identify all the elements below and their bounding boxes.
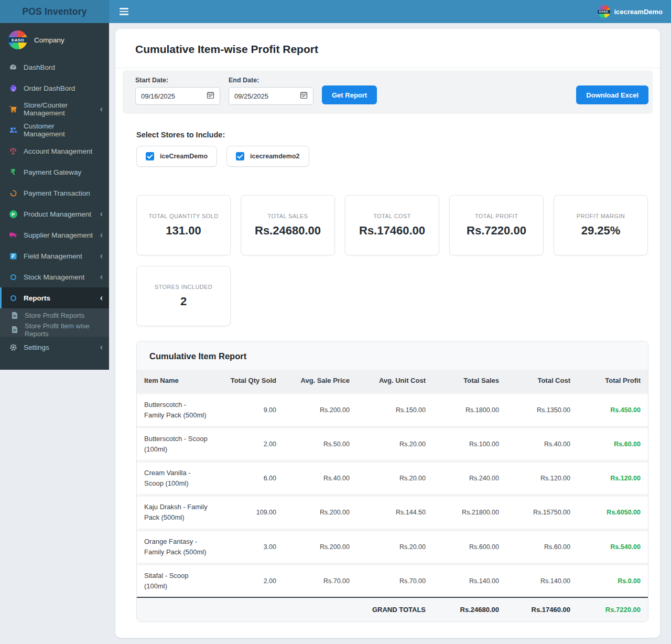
table-row: Cream Vanilla - Scoop (100ml) 6.00 Rs.40… (137, 461, 648, 496)
reports-submenu: Store Profit Reports Store Profit Item w… (0, 308, 109, 337)
sidebar-item-settings[interactable]: Settings ‹ (0, 337, 109, 358)
grand-total-cost: Rs.17460.00 (506, 597, 578, 621)
grand-totals-row: GRAND TOTALS Rs.24680.00 Rs.17460.00 Rs.… (137, 597, 648, 621)
end-date-input[interactable]: 09/25/2025 (229, 87, 313, 105)
cumulative-item-table: Item Name Total Qty Sold Avg. Sale Price… (137, 370, 648, 621)
user-avatar: EASO (598, 5, 610, 18)
store-option-label: iceCreamDemo (160, 153, 208, 160)
summary-cards: TOTAL QUANTITY SOLD 131.00 TOTAL SALES R… (136, 195, 648, 326)
stat-card-total-cost: TOTAL COST Rs.17460.00 (345, 195, 439, 255)
user-menu[interactable]: EASO icecreamDemo (598, 5, 663, 18)
dashboard-icon (8, 63, 18, 71)
table-header-row: Item Name Total Qty Sold Avg. Sale Price… (137, 370, 648, 393)
start-date-value: 09/16/2025 (141, 92, 175, 100)
calendar-icon[interactable] (300, 91, 308, 101)
product-icon: P (8, 210, 18, 218)
stat-card-total-profit: TOTAL PROFIT Rs.7220.00 (449, 195, 544, 255)
top-nav: EASO icecreamDemo (109, 0, 671, 23)
sidebar: EASO Company DashBord Order DashBord (0, 23, 109, 370)
company-label: Company (34, 36, 64, 44)
sidebar-item-product-management[interactable]: P Product Management ‹ (0, 203, 109, 224)
sidebar-item-customer-management[interactable]: Customer Management (0, 120, 109, 141)
cumulative-item-report-panel: Cumulative Item Report Item Name Total Q… (136, 341, 648, 622)
stat-card-total-quantity-sold: TOTAL QUANTITY SOLD 131.00 (136, 195, 231, 255)
col-item-name: Item Name (137, 370, 215, 393)
report-card: Cumulative Item-wise Profit Report Start… (115, 29, 660, 638)
file-icon (10, 312, 19, 319)
table-row: Sitafal - Scoop (100ml) 2.00 Rs.70.00 Rs… (137, 564, 648, 597)
field-icon (8, 252, 18, 260)
sidebar-item-reports[interactable]: Reports ‹ (0, 287, 109, 308)
start-date-group: Start Date: 09/16/2025 (135, 77, 220, 105)
rupee-icon: ₹ (8, 168, 18, 176)
start-date-label: Start Date: (135, 77, 220, 84)
download-excel-button[interactable]: Download Excel (576, 85, 648, 104)
store-options: iceCreamDemo icecreamdemo2 (136, 146, 639, 167)
scales-icon (8, 147, 18, 155)
divider (115, 68, 660, 68)
stat-card-total-sales: TOTAL SALES Rs.24680.00 (241, 195, 335, 255)
sidebar-item-store-profit-reports[interactable]: Store Profit Reports (0, 308, 109, 323)
circle-icon (8, 295, 18, 301)
table-row: Butterscotch - Scoop (100ml) 2.00 Rs.50.… (137, 427, 648, 461)
get-report-button[interactable]: Get Report (322, 85, 377, 104)
grand-total-sales: Rs.24680.00 (433, 597, 506, 621)
users-icon (8, 126, 18, 134)
app-brand: POS Inventory (0, 0, 109, 23)
col-total-qty-sold: Total Qty Sold (215, 370, 284, 393)
sidebar-item-account-management[interactable]: Account Management (0, 141, 109, 162)
sidebar-item-payment-gateway[interactable]: ₹ Payment Gateway (0, 162, 109, 183)
cart-icon (8, 105, 18, 113)
end-date-label: End Date: (229, 77, 313, 84)
sidebar-item-company[interactable]: EASO Company (0, 23, 109, 57)
store-checkbox-icecreamdemo2[interactable]: icecreamdemo2 (226, 146, 309, 167)
sidebar-menu-bottom: Settings ‹ (0, 337, 109, 358)
printer-icon (8, 84, 18, 92)
stat-card-stores-included: STORES INCLUDED 2 (136, 266, 231, 326)
file-icon (10, 326, 19, 333)
page-title: Cumulative Item-wise Profit Report (135, 43, 640, 56)
grand-totals-label: GRAND TOTALS (357, 597, 433, 621)
sidebar-item-payment-transaction[interactable]: Payment Transaction (0, 183, 109, 203)
end-date-value: 09/25/2025 (234, 92, 268, 100)
col-avg-sale-price: Avg. Sale Price (284, 370, 357, 393)
sidebar-item-dashboard[interactable]: DashBord (0, 57, 109, 78)
refresh-icon (8, 189, 18, 197)
checkbox-checked-icon[interactable] (236, 152, 244, 160)
stores-heading: Select Stores to Include: (136, 131, 639, 139)
sidebar-menu: DashBord Order DashBord Store/Counter Ma… (0, 57, 109, 308)
end-date-group: End Date: 09/25/2025 (229, 77, 313, 105)
table-row: Orange Fantasy - Family Pack (500ml) 3.0… (137, 530, 648, 564)
stat-card-profit-margin: PROFIT MARGIN 29.25% (554, 195, 648, 255)
store-option-label: icecreamdemo2 (250, 153, 300, 160)
sidebar-item-order-dashboard[interactable]: Order DashBord (0, 78, 109, 99)
table-row: Kaju Draksh - Family Pack (500ml) 109.00… (137, 496, 648, 530)
col-total-profit: Total Profit (578, 370, 648, 393)
gear-icon (8, 344, 18, 351)
col-total-sales: Total Sales (433, 370, 506, 393)
start-date-input[interactable]: 09/16/2025 (135, 87, 220, 105)
circle-icon (8, 274, 18, 280)
truck-icon (8, 231, 18, 239)
sidebar-item-supplier-management[interactable]: Supplier Management ‹ (0, 224, 109, 245)
company-logo: EASO (8, 30, 27, 49)
table-title: Cumulative Item Report (137, 341, 648, 370)
top-bar: POS Inventory EASO icecreamDemo (0, 0, 671, 23)
col-total-cost: Total Cost (506, 370, 578, 393)
main-area: Cumulative Item-wise Profit Report Start… (109, 23, 671, 644)
grand-total-profit: Rs.7220.00 (578, 597, 648, 621)
sidebar-item-store-counter-management[interactable]: Store/Counter Management ‹ (0, 99, 109, 120)
user-name: icecreamDemo (614, 8, 663, 16)
filter-bar: Start Date: 09/16/2025 End Date: 09/25/2… (123, 70, 653, 114)
sidebar-toggle-icon[interactable] (118, 6, 129, 17)
calendar-icon[interactable] (207, 91, 214, 101)
col-avg-unit-cost: Avg. Unit Cost (357, 370, 433, 393)
checkbox-checked-icon[interactable] (146, 152, 154, 160)
sidebar-item-store-profit-item-wise-reports[interactable]: Store Profit Item wise Reports (0, 323, 109, 337)
sidebar-item-field-management[interactable]: Field Management ‹ (0, 245, 109, 266)
sidebar-item-stock-management[interactable]: Stock Management ‹ (0, 266, 109, 287)
table-row: Butterscotch - Family Pack (500ml) 9.00 … (137, 393, 648, 427)
store-checkbox-icecreamdemo[interactable]: iceCreamDemo (136, 146, 217, 167)
